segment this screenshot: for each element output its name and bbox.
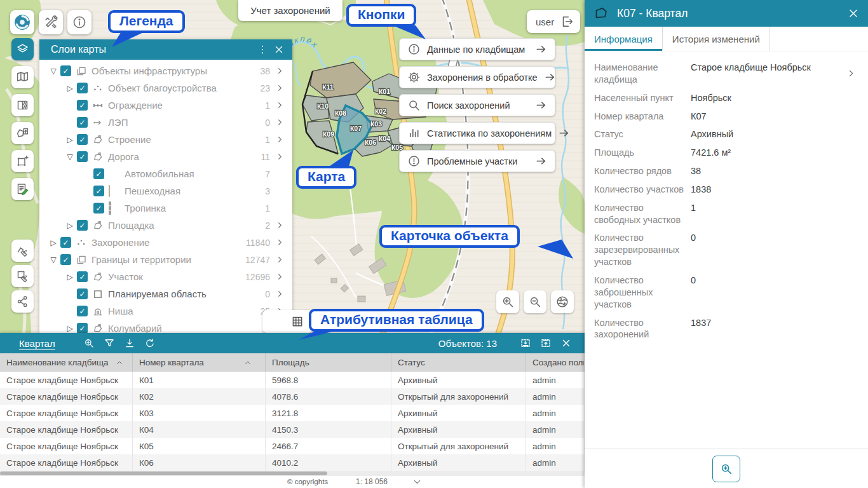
tool-doc-export-button[interactable] — [11, 122, 34, 144]
zoom-in-button[interactable] — [496, 290, 519, 313]
layer-checkbox-checked[interactable]: ✓ — [77, 100, 88, 111]
tool-compare-button[interactable] — [11, 94, 34, 116]
layer-chevron-right-icon[interactable] — [275, 255, 285, 264]
table-dock-up-button[interactable] — [538, 335, 554, 351]
tool-edit-doc-button[interactable] — [11, 178, 34, 200]
tool-layers-button[interactable] — [11, 38, 34, 60]
expander-closed-icon[interactable]: ▷ — [64, 324, 76, 333]
layer-row[interactable]: ✓ Пешеходная 3 — [39, 182, 292, 200]
table-row[interactable]: Старое кладбище НоябрьскК064010.2Архивны… — [0, 454, 585, 471]
sort-caret-up-icon[interactable] — [243, 358, 252, 367]
layer-checkbox-checked[interactable]: ✓ — [77, 83, 88, 93]
layer-chevron-right-icon[interactable] — [275, 272, 285, 281]
attribute-table-toggle-button[interactable] — [262, 310, 313, 333]
table-row[interactable]: Старое кладбище НоябрьскК033121.8Архивны… — [0, 405, 585, 421]
tool-add-area-button[interactable] — [11, 150, 34, 172]
layer-row[interactable]: ▷✓ Объект благоустройства 23 — [39, 79, 292, 97]
settings-tools-button[interactable] — [39, 10, 63, 34]
expander-open-icon[interactable]: ▽ — [47, 255, 60, 264]
layer-checkbox-checked[interactable]: ✓ — [60, 65, 71, 76]
tool-share-button[interactable] — [11, 290, 34, 313]
table-dock-down-button[interactable] — [517, 335, 534, 351]
table-tab-kvartal[interactable]: Квартал — [19, 338, 55, 349]
tool-map-book-button[interactable] — [11, 66, 34, 88]
table-row[interactable]: Старое кладбище НоябрьскК044150.3Архивны… — [0, 421, 585, 438]
table-row[interactable]: Старое кладбище НоябрьскК015968.8Архивны… — [0, 372, 585, 388]
expander-closed-icon[interactable]: ▷ — [64, 135, 76, 144]
action-info-circle-button[interactable]: Данные по кладбищам — [399, 38, 555, 60]
table-row[interactable]: Старое кладбище НоябрьскК024078.6Открыты… — [0, 388, 585, 405]
layer-checkbox-checked[interactable]: ✓ — [77, 117, 88, 128]
layer-checkbox-checked[interactable]: ✓ — [77, 288, 88, 299]
column-header[interactable]: Наименование кладбища — [0, 353, 133, 372]
collapse-statusbar-icon[interactable] — [412, 477, 423, 487]
expander-open-icon[interactable]: ▽ — [47, 67, 60, 76]
layer-chevron-right-icon[interactable] — [275, 238, 285, 247]
action-search-button[interactable]: Поиск захоронений — [399, 94, 555, 116]
layer-chevron-right-icon[interactable] — [275, 118, 285, 127]
layer-checkbox-checked[interactable]: ✓ — [93, 203, 104, 214]
layer-checkbox-checked[interactable]: ✓ — [60, 254, 71, 265]
layer-checkbox-checked[interactable]: ✓ — [77, 271, 88, 282]
layers-close-button[interactable] — [271, 41, 287, 58]
column-header[interactable]: Площадь — [266, 353, 391, 372]
expander-closed-icon[interactable]: ▷ — [64, 273, 76, 281]
layer-chevron-right-icon[interactable] — [275, 220, 285, 230]
layer-checkbox-checked[interactable]: ✓ — [77, 220, 88, 231]
layer-row[interactable]: ✓ Ограждение 1 — [39, 97, 292, 114]
table-close-button[interactable] — [558, 335, 574, 351]
zoom-out-button[interactable] — [524, 290, 546, 313]
column-header[interactable]: Номер квартала — [133, 353, 266, 372]
layer-chevron-right-icon[interactable] — [275, 83, 285, 93]
layer-row[interactable]: ▽✓ Дорога 11 — [39, 148, 292, 165]
layer-row[interactable]: ▷✓ Площадка 2 — [39, 217, 292, 234]
layer-chevron-right-icon[interactable] — [275, 66, 285, 76]
layer-row[interactable]: ✓ Автомобильная 7 — [39, 165, 292, 182]
action-gear-button[interactable]: Захоронения в обработке — [399, 66, 555, 88]
user-menu[interactable]: user — [527, 10, 580, 33]
app-logo-button[interactable] — [10, 10, 34, 34]
layer-checkbox-checked[interactable]: ✓ — [93, 186, 104, 196]
expander-closed-icon[interactable]: ▷ — [64, 221, 76, 230]
layer-checkbox-checked[interactable]: ✓ — [93, 168, 104, 179]
about-info-button[interactable] — [67, 10, 92, 34]
column-header[interactable]: Создано пользователем — [526, 353, 585, 372]
layer-checkbox-checked[interactable]: ✓ — [77, 151, 88, 162]
layer-row[interactable]: ✓ Планируемая область 0 — [39, 285, 292, 302]
layer-row[interactable]: ✓ Ниша 25 — [39, 302, 292, 320]
layer-chevron-right-icon[interactable] — [275, 135, 285, 144]
layer-row[interactable]: ✓ ЛЭП 0 — [39, 114, 292, 131]
tab-active[interactable]: Информация — [585, 27, 663, 51]
tool-measure-line-button[interactable] — [11, 240, 34, 262]
tab-inactive[interactable]: История изменений — [663, 27, 770, 51]
scrollbar-thumb[interactable] — [0, 471, 327, 475]
layer-row[interactable]: ▷✓ Участок 12696 — [39, 268, 292, 285]
layer-row[interactable]: ▽✓ Границы и территории 12747 — [39, 251, 292, 268]
layer-checkbox-checked[interactable]: ✓ — [77, 134, 88, 145]
layer-checkbox-checked[interactable]: ✓ — [77, 306, 88, 316]
logout-icon[interactable] — [560, 15, 574, 29]
object-card-close-button[interactable] — [845, 5, 862, 22]
layer-row[interactable]: ▽✓ Объекты инфраструктуры 38 — [39, 62, 292, 79]
zoom-to-object-button[interactable] — [712, 456, 740, 482]
table-horizontal-scrollbar[interactable] — [0, 471, 585, 476]
globe-button[interactable] — [551, 290, 574, 313]
table-download-button[interactable] — [121, 335, 138, 351]
action-stats-button[interactable]: Статистика по захоронениям — [399, 122, 555, 144]
table-zoom-to-button[interactable] — [81, 335, 97, 351]
layer-chevron-right-icon[interactable] — [275, 289, 285, 299]
table-filter-button[interactable] — [101, 335, 118, 351]
tool-measure-area-button[interactable] — [11, 265, 34, 287]
layer-row[interactable]: ✓ Тропинка 1 — [39, 200, 292, 217]
field-chevron-right-icon[interactable] — [846, 68, 857, 79]
expander-closed-icon[interactable]: ▷ — [47, 238, 60, 247]
table-refresh-button[interactable] — [142, 335, 158, 351]
column-header[interactable]: Статус — [391, 353, 526, 372]
layer-row[interactable]: ▷✓ Захоронение 11840 — [39, 234, 292, 251]
layer-checkbox-checked[interactable]: ✓ — [60, 237, 71, 248]
table-row[interactable]: Старое кладбище НоябрьскК052466.7Открыты… — [0, 438, 585, 454]
layer-chevron-right-icon[interactable] — [275, 152, 285, 161]
layer-row[interactable]: ▷✓ Строение 1 — [39, 131, 292, 148]
layer-checkbox-checked[interactable]: ✓ — [77, 323, 88, 334]
sort-caret-up-icon[interactable] — [115, 358, 124, 367]
